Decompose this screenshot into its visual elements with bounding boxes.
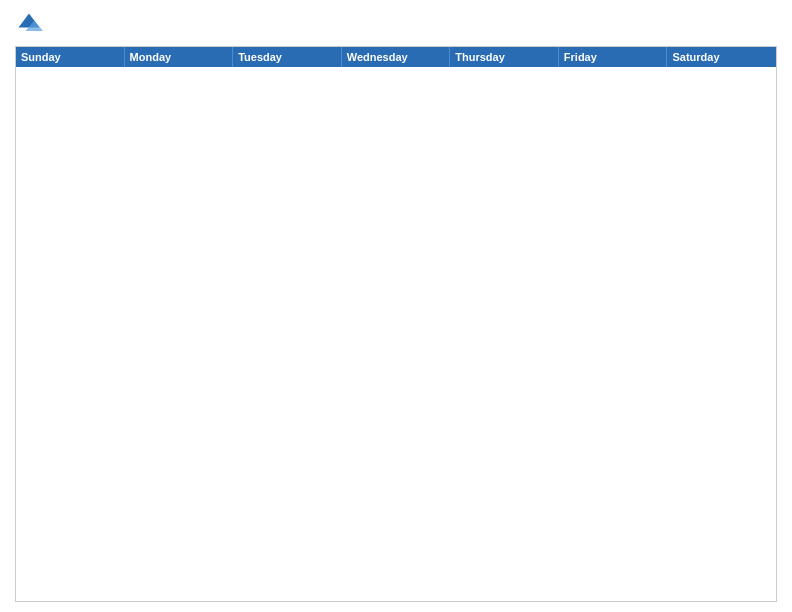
weekday-header: Saturday xyxy=(667,47,776,67)
weekday-header: Wednesday xyxy=(342,47,451,67)
page: SundayMondayTuesdayWednesdayThursdayFrid… xyxy=(0,0,792,612)
header xyxy=(15,10,777,38)
weekday-header: Thursday xyxy=(450,47,559,67)
calendar: SundayMondayTuesdayWednesdayThursdayFrid… xyxy=(15,46,777,602)
calendar-header: SundayMondayTuesdayWednesdayThursdayFrid… xyxy=(16,47,776,67)
weekday-header: Friday xyxy=(559,47,668,67)
logo-icon xyxy=(15,10,43,38)
weekday-header: Monday xyxy=(125,47,234,67)
calendar-body xyxy=(16,67,776,601)
weekday-header: Tuesday xyxy=(233,47,342,67)
weekday-header: Sunday xyxy=(16,47,125,67)
logo xyxy=(15,10,47,38)
